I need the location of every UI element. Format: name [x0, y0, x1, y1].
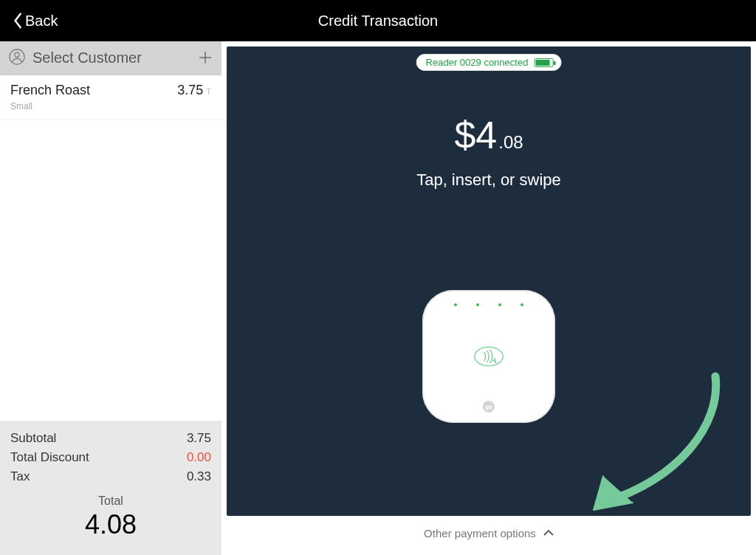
- payment-stage: Reader 0029 connected $ 4 .08 Tap, inser…: [227, 46, 751, 516]
- page-title: Credit Transaction: [0, 13, 756, 30]
- select-customer-label: Select Customer: [32, 49, 198, 66]
- add-customer-button[interactable]: [198, 46, 213, 70]
- top-bar: Back Credit Transaction: [0, 0, 756, 41]
- item-price: 3.75: [177, 83, 203, 98]
- battery-icon: [534, 58, 553, 67]
- arrow-annotation: [553, 365, 730, 513]
- currency-symbol: $: [454, 113, 475, 157]
- other-payment-options-button[interactable]: Other payment options: [227, 516, 751, 550]
- total-value: 4.08: [10, 509, 211, 540]
- other-payment-label: Other payment options: [424, 527, 536, 540]
- line-item[interactable]: French Roast 3.75 T Small: [0, 75, 221, 120]
- svg-point-1: [15, 52, 19, 57]
- payment-panel: Reader 0029 connected $ 4 .08 Tap, inser…: [221, 41, 756, 555]
- amount-whole: 4: [475, 113, 497, 157]
- amount-cents: .08: [498, 132, 523, 153]
- card-reader-illustration: qb: [422, 290, 555, 423]
- payment-instruction: Tap, insert, or swipe: [227, 170, 751, 190]
- tax-label: Tax: [10, 469, 30, 484]
- reader-logo-icon: qb: [483, 401, 495, 413]
- chevron-left-icon: [13, 13, 24, 29]
- select-customer-row[interactable]: Select Customer: [0, 41, 221, 75]
- contactless-icon: [474, 346, 504, 370]
- tax-value: 0.33: [187, 469, 211, 484]
- discount-value: 0.00: [187, 450, 211, 465]
- reader-status-pill: Reader 0029 connected: [416, 54, 562, 71]
- total-label: Total: [10, 494, 211, 508]
- plus-icon: [198, 50, 213, 65]
- item-name: French Roast: [10, 83, 177, 98]
- back-button[interactable]: Back: [13, 13, 58, 30]
- line-items: French Roast 3.75 T Small: [0, 75, 221, 421]
- subtotal-value: 3.75: [187, 431, 211, 446]
- amount-display: $ 4 .08 Tap, insert, or swipe: [227, 113, 751, 190]
- subtotal-label: Subtotal: [10, 431, 56, 446]
- back-label: Back: [25, 13, 58, 30]
- item-tax-flag: T: [206, 87, 211, 96]
- discount-label: Total Discount: [10, 450, 89, 465]
- item-variant: Small: [10, 101, 211, 111]
- reader-status-text: Reader 0029 connected: [426, 57, 529, 68]
- totals-panel: Subtotal 3.75 Total Discount 0.00 Tax 0.…: [0, 421, 221, 555]
- chevron-up-icon: [543, 529, 554, 537]
- person-icon: [9, 49, 25, 68]
- order-sidebar: Select Customer French Roast 3.75 T Smal…: [0, 41, 221, 555]
